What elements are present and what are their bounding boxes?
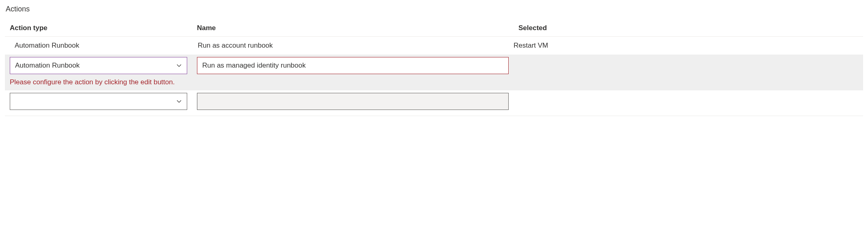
actions-table: Action type Name Selected Automation Run… xyxy=(5,21,863,116)
cell-name: Run as account runbook xyxy=(192,37,514,55)
cell-action-type: Automation Runbook xyxy=(5,55,192,77)
header-action-type: Action type xyxy=(5,21,192,37)
cell-name xyxy=(192,55,514,77)
chevron-down-icon xyxy=(176,63,182,68)
cell-selected xyxy=(514,90,863,116)
cell-selected: Restart VM xyxy=(514,37,863,55)
cell-selected xyxy=(514,55,863,77)
name-input[interactable] xyxy=(197,93,509,110)
dropdown-selected-label: Automation Runbook xyxy=(15,61,176,70)
cell-name xyxy=(192,90,514,116)
cell-action-type xyxy=(5,90,192,116)
name-input[interactable] xyxy=(197,57,509,74)
section-title: Actions xyxy=(5,5,863,13)
action-type-dropdown[interactable]: Automation Runbook xyxy=(10,57,187,74)
action-type-dropdown[interactable] xyxy=(10,93,187,110)
header-selected: Selected xyxy=(514,21,863,37)
header-name: Name xyxy=(192,21,514,37)
error-message: Please configure the action by clicking … xyxy=(5,77,863,90)
chevron-down-icon xyxy=(176,99,182,104)
cell-action-type: Automation Runbook xyxy=(5,37,192,55)
